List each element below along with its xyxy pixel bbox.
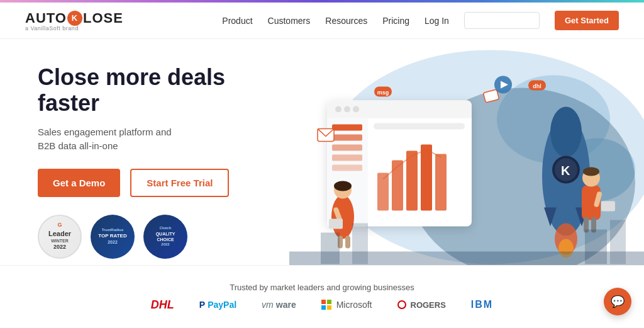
svg-point-42 bbox=[334, 181, 352, 191]
svg-point-9 bbox=[344, 106, 350, 113]
svg-rect-20 bbox=[406, 151, 418, 211]
svg-rect-16 bbox=[332, 165, 362, 171]
trust-logo-dhl: DHL bbox=[151, 298, 174, 312]
badge-quality-choice: Clutch QUALITY CHOICE 2022 bbox=[143, 215, 187, 259]
hero-subtitle: Sales engagement platform andB2B data al… bbox=[38, 125, 264, 154]
badge-g2: G Leader WINTER 2022 bbox=[38, 215, 82, 259]
trust-logo-microsoft: Microsoft bbox=[321, 300, 372, 310]
hero-title: Close more deals faster bbox=[38, 64, 264, 116]
svg-text:K: K bbox=[561, 164, 570, 178]
svg-text:dhl: dhl bbox=[533, 83, 541, 89]
trust-section: Trusted by market leaders and growing bu… bbox=[0, 265, 644, 328]
svg-rect-12 bbox=[332, 125, 362, 131]
svg-rect-44 bbox=[329, 219, 343, 229]
svg-rect-61 bbox=[321, 305, 326, 310]
svg-rect-13 bbox=[332, 135, 362, 141]
svg-rect-14 bbox=[332, 145, 362, 151]
svg-point-49 bbox=[583, 167, 599, 176]
trust-logo-rogers: ROGERS bbox=[397, 300, 446, 310]
svg-rect-57 bbox=[585, 230, 607, 264]
trial-button[interactable]: Start Free Trial bbox=[130, 169, 229, 197]
svg-rect-17 bbox=[374, 123, 465, 130]
main-nav: Product Customers Resources Pricing Log … bbox=[222, 11, 619, 30]
svg-rect-59 bbox=[321, 300, 326, 304]
svg-rect-51 bbox=[601, 201, 615, 212]
header: AUTO K LOSE a VanillaSoft brand Product … bbox=[0, 3, 644, 39]
logo-text-after-k: LOSE bbox=[83, 10, 123, 26]
nav-product[interactable]: Product bbox=[222, 16, 252, 26]
badge-trustradius: TrustRadius TOP RATED 2022 bbox=[91, 215, 135, 259]
trust-logo-ibm: IBM bbox=[471, 299, 493, 310]
logo-sub: a VanillaSoft brand bbox=[25, 25, 79, 31]
svg-point-40 bbox=[331, 195, 354, 239]
logo-k-circle: K bbox=[67, 11, 82, 26]
svg-rect-58 bbox=[610, 220, 626, 264]
trust-logos: DHL PPayPal vmware Microsoft ROGERS IBM bbox=[151, 298, 493, 312]
svg-point-24 bbox=[550, 107, 582, 157]
svg-rect-60 bbox=[327, 300, 331, 304]
nav-customers[interactable]: Customers bbox=[268, 16, 311, 26]
hero-buttons: Get a Demo Start Free Trial bbox=[38, 169, 264, 197]
svg-point-10 bbox=[353, 106, 359, 113]
svg-rect-62 bbox=[327, 305, 331, 310]
chat-icon: 💬 bbox=[611, 295, 625, 308]
trust-logo-vmware: vmware bbox=[262, 300, 296, 310]
trust-label: Trusted by market leaders and growing bu… bbox=[230, 283, 414, 292]
svg-rect-46 bbox=[345, 236, 350, 249]
svg-rect-22 bbox=[435, 154, 447, 211]
chat-button[interactable]: 💬 bbox=[604, 288, 631, 315]
search-input[interactable] bbox=[464, 12, 540, 29]
svg-point-8 bbox=[335, 106, 341, 113]
svg-rect-56 bbox=[352, 223, 368, 264]
trust-logo-paypal: PPayPal bbox=[199, 300, 236, 310]
svg-rect-21 bbox=[421, 145, 432, 211]
nav-resources[interactable]: Resources bbox=[325, 16, 367, 26]
get-started-button[interactable]: Get Started bbox=[555, 11, 619, 30]
logo-text-before-k: AUTO bbox=[25, 10, 67, 26]
svg-point-63 bbox=[398, 301, 406, 308]
svg-text:msg: msg bbox=[377, 89, 389, 96]
badges-row: G Leader WINTER 2022 TrustRadius TOP RAT… bbox=[38, 215, 264, 259]
nav-login[interactable]: Log In bbox=[425, 16, 449, 26]
svg-rect-15 bbox=[332, 155, 362, 161]
svg-rect-55 bbox=[321, 233, 340, 264]
logo[interactable]: AUTO K LOSE a VanillaSoft brand bbox=[25, 10, 123, 31]
nav-pricing[interactable]: Pricing bbox=[382, 16, 409, 26]
svg-rect-19 bbox=[392, 161, 403, 211]
demo-button[interactable]: Get a Demo bbox=[38, 169, 120, 197]
